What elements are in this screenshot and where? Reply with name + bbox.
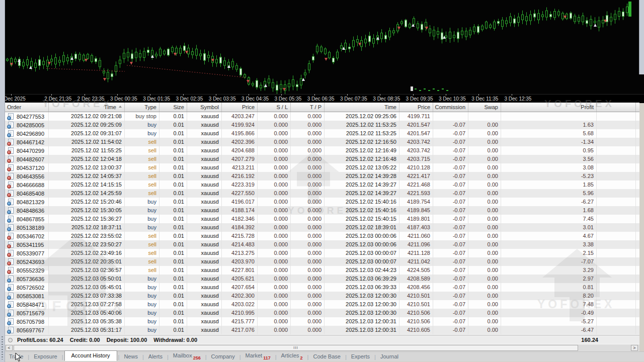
- cell-open_price: 4215.777: [222, 317, 258, 326]
- tab-account-history[interactable]: Account History: [64, 350, 117, 361]
- tab-alerts[interactable]: Alerts: [144, 352, 167, 361]
- history-table-row[interactable]: 8048486362025.12.02 15:30:05buy0.01xauus…: [5, 206, 639, 215]
- time-axis-label: 3 Dec 07:35: [340, 96, 367, 102]
- cell-symbol: xauusd: [187, 300, 222, 309]
- cell-pad: [597, 257, 636, 266]
- history-table-row[interactable]: 8052436932025.12.02 20:35:01sell0.01xauu…: [5, 257, 639, 266]
- history-table-row[interactable]: 8045371202025.12.02 13:00:37sell0.01xauu…: [5, 163, 639, 172]
- cell-close_price: 4211.060: [399, 232, 433, 240]
- cell-tp: 0.000: [291, 232, 325, 240]
- cell-tp: 0.000: [291, 121, 325, 129]
- history-table-row[interactable]: 8051381892025.12.02 18:37:11buy0.01xauus…: [5, 223, 639, 232]
- history-table-row[interactable]: 8042850052025.12.02 09:25:09buy0.01xauus…: [5, 121, 639, 129]
- cell-order: 805736636: [5, 275, 49, 283]
- cell-profit: 3.38: [501, 240, 597, 249]
- cell-close_time: 2025.12.02 09:25:06: [325, 112, 399, 121]
- column-header-sl[interactable]: S / L: [258, 103, 291, 112]
- cell-open_price: 4216.192: [222, 172, 258, 180]
- history-table-row[interactable]: 8055523292025.12.03 02:36:57sell0.01xauu…: [5, 266, 639, 275]
- history-table-row[interactable]: 8053411952025.12.02 23:50:27sell0.01xauu…: [5, 240, 639, 249]
- history-table-row[interactable]: 8046435562025.12.02 14:05:37sell0.01xauu…: [5, 172, 639, 180]
- price-chart[interactable]: [0, 0, 644, 94]
- tab-company[interactable]: Company: [207, 352, 239, 361]
- history-table-row[interactable]: 8058484712025.12.03 07:27:58buy0.01xauus…: [5, 300, 639, 309]
- cell-symbol: xauusd: [187, 223, 222, 232]
- candlestick-canvas[interactable]: [0, 0, 644, 94]
- history-table-row[interactable]: 8048678552025.12.02 15:36:27buy0.01xauus…: [5, 215, 639, 223]
- cell-order: 804285005: [5, 121, 49, 129]
- column-header-commission[interactable]: Commission: [433, 103, 468, 112]
- history-table-row[interactable]: 8048213292025.12.02 15:20:46buy0.01xauus…: [5, 198, 639, 206]
- column-header-order[interactable]: Order: [5, 103, 49, 112]
- history-table-row[interactable]: 8057366362025.12.03 05:50:01buy0.01xauus…: [5, 275, 639, 283]
- history-table-row[interactable]: 8057156792025.12.03 05:40:06buy0.01xauus…: [5, 309, 639, 317]
- chart-right-scroll-strip[interactable]: [639, 0, 644, 74]
- tab-articles[interactable]: Articles2: [277, 351, 307, 361]
- scroll-right-button[interactable]: >: [631, 345, 638, 351]
- time-axis-label: Dec 2025: [4, 96, 26, 102]
- cell-order: 804482607: [5, 155, 49, 163]
- column-header-close_price[interactable]: Price: [399, 103, 433, 112]
- tab-market[interactable]: Market117: [241, 351, 275, 361]
- history-table-row[interactable]: 8058530812025.12.03 07:33:38buy0.01xauus…: [5, 292, 639, 300]
- history-table-row[interactable]: 8057057982025.12.03 05:35:38buy0.01xauus…: [5, 317, 639, 326]
- history-table-row[interactable]: 8042968902025.12.02 09:31:07buy0.01xauus…: [5, 129, 639, 138]
- panel-drag-gripper[interactable]: [2, 336, 3, 359]
- cell-type: buy: [125, 326, 159, 334]
- tab-exposure[interactable]: Exposure: [29, 352, 61, 361]
- cell-close_price: 4210.501: [399, 292, 433, 300]
- tab-code-base[interactable]: Code Base: [308, 352, 345, 361]
- cell-open_time: 2025.12.02 09:31:07: [49, 129, 125, 138]
- cell-open_price: 4215.728: [222, 232, 258, 240]
- tab-journal[interactable]: Journal: [376, 352, 403, 361]
- order-type-icon: [8, 276, 14, 282]
- history-table-row[interactable]: 8042775532025.12.02 09:21:08buy stop0.01…: [5, 112, 639, 121]
- cell-swap: 0.00: [468, 138, 501, 146]
- cell-size: 0.01: [159, 300, 187, 309]
- cell-order: 805848471: [5, 300, 49, 309]
- cell-commission: [433, 112, 468, 121]
- cell-profit: 7.45: [501, 215, 597, 223]
- tab-experts[interactable]: Experts: [347, 352, 374, 361]
- cell-tp: 0.000: [291, 257, 325, 266]
- column-header-symbol[interactable]: Symbol: [187, 103, 222, 112]
- cell-sl: 0.000: [258, 172, 291, 180]
- cell-order: 804537120: [5, 163, 49, 172]
- history-table-row[interactable]: 8046666882025.12.02 14:15:15sell0.01xauu…: [5, 180, 639, 189]
- history-table-row[interactable]: 8044702992025.12.02 11:55:25sell0.01xauu…: [5, 146, 639, 155]
- history-table-row[interactable]: 8053390772025.12.02 23:49:16sell0.01xauu…: [5, 249, 639, 257]
- cell-swap: 0.00: [468, 223, 501, 232]
- cell-tp: 0.000: [291, 317, 325, 326]
- scroll-left-button[interactable]: <: [6, 345, 13, 351]
- column-header-size[interactable]: Size: [159, 103, 187, 112]
- cell-swap: 0.00: [468, 189, 501, 198]
- cell-swap: 0.00: [468, 266, 501, 275]
- column-header-tp[interactable]: T / P: [291, 103, 325, 112]
- cell-symbol: xauusd: [187, 138, 222, 146]
- tab-news[interactable]: News: [119, 352, 142, 361]
- history-table-row[interactable]: 8046854082025.12.02 14:25:59sell0.01xauu…: [5, 189, 639, 198]
- cell-open_price: 4199.924: [222, 121, 258, 129]
- cell-sl: 0.000: [258, 215, 291, 223]
- history-table-row[interactable]: 8044671422025.12.02 11:54:02sell0.01xauu…: [5, 138, 639, 146]
- column-header-close_time[interactable]: Time: [325, 103, 399, 112]
- cell-pad: [597, 189, 636, 198]
- column-header-profit[interactable]: Profit: [501, 103, 597, 112]
- column-header-swap[interactable]: Swap: [468, 103, 501, 112]
- column-header-type[interactable]: Type: [125, 103, 159, 112]
- time-axis-label: 2 Dec 21:35: [44, 96, 71, 102]
- history-table-row[interactable]: 8053467022025.12.02 23:55:02sell0.01xauu…: [5, 232, 639, 240]
- cell-commission: -0.07: [433, 138, 468, 146]
- tab-mailbox[interactable]: Mailbox256: [169, 351, 205, 361]
- history-table-row[interactable]: 8044826072025.12.02 12:04:18sell0.01xauu…: [5, 155, 639, 163]
- cell-close_price: 4189.801: [399, 215, 433, 223]
- cell-commission: -0.07: [433, 249, 468, 257]
- column-header-open_time[interactable]: Time: [49, 103, 125, 112]
- cell-close_price: 4203.742: [399, 146, 433, 155]
- cell-pad: [597, 249, 636, 257]
- history-table-row[interactable]: 8056977672025.12.03 05:31:17buy0.01xauus…: [5, 326, 639, 334]
- history-table-row[interactable]: 8057265022025.12.03 05:45:01buy0.01xauus…: [5, 283, 639, 292]
- cell-profit: 4.67: [501, 232, 597, 240]
- cell-profit: 1.85: [501, 180, 597, 189]
- column-header-open_price[interactable]: Price: [222, 103, 258, 112]
